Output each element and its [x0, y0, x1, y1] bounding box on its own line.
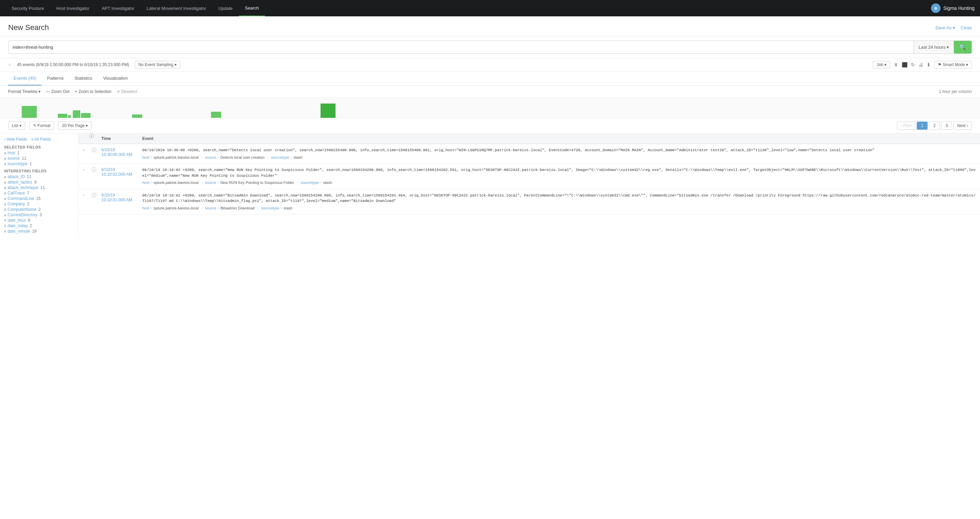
- zoom-out-button[interactable]: — Zoom Out: [46, 89, 69, 94]
- expand-button-2[interactable]: ›: [78, 164, 89, 189]
- timeline-chart: [0, 98, 980, 118]
- refresh-button[interactable]: ↻: [911, 62, 915, 67]
- timeline-bar-2[interactable]: [58, 114, 67, 118]
- tab-statistics[interactable]: Statistics: [69, 72, 98, 85]
- main-content: New Search Save As ▾ Close Last 24 hours…: [0, 16, 980, 519]
- field-name-commandline[interactable]: CommandLine: [8, 196, 34, 201]
- field-name-company[interactable]: Company: [8, 201, 25, 206]
- zoom-to-selection-button[interactable]: + Zoom to Selection: [75, 89, 111, 94]
- nav-update[interactable]: Update: [212, 0, 239, 16]
- nav-search[interactable]: Search: [239, 0, 265, 16]
- time-range-button[interactable]: Last 24 hours ▾: [914, 41, 954, 53]
- field-count-source: 11: [22, 156, 26, 161]
- timeline-bar-1[interactable]: [22, 106, 37, 118]
- nav-host-investigator[interactable]: Host Investigator: [50, 0, 95, 16]
- close-button[interactable]: Close: [961, 25, 972, 30]
- timeline-bar-group-5: [211, 112, 221, 118]
- download-button[interactable]: ⬇: [927, 62, 931, 67]
- field-date-minute: # date_minute 19: [4, 229, 74, 234]
- field-name-date-hour[interactable]: date_hour: [8, 218, 26, 223]
- tag-sourcetype-2: sourcetype = stash: [301, 180, 332, 185]
- table-header: i Time Event: [78, 134, 980, 144]
- tabs-row: Events (45) Patterns Statistics Visualiz…: [0, 72, 980, 86]
- page-2-button[interactable]: 2: [929, 121, 940, 130]
- smart-mode-button[interactable]: ⚑ Smart Mode ▾: [934, 61, 972, 69]
- time-cell-1[interactable]: 6/10/1910:30:00.000 AM: [99, 144, 140, 163]
- list-button[interactable]: List ▾: [8, 121, 25, 130]
- page-title: New Search: [8, 23, 49, 32]
- timeline-bar-4[interactable]: [132, 115, 142, 118]
- page-header: New Search Save As ▾ Close: [0, 16, 980, 37]
- fields-sidebar: ‹ Hide Fields ≡ All Fields SELECTED FIEL…: [0, 134, 78, 238]
- table-row: › i 6/10/1910:30:00.000 AM 06/10/2019 10…: [78, 144, 980, 164]
- timeline-bar-group-6: [321, 104, 336, 118]
- nav-lateral-movement[interactable]: Lateral Movement Investigator: [140, 0, 212, 16]
- field-type-attack-id: a: [4, 175, 6, 179]
- timeline-bar-3[interactable]: [73, 110, 80, 118]
- field-name-attack-tactics[interactable]: attack_tactics: [8, 180, 32, 185]
- search-input[interactable]: [8, 41, 914, 53]
- print-button[interactable]: 🖨: [918, 62, 923, 67]
- field-type-host: a: [4, 151, 6, 155]
- time-cell-3[interactable]: 6/10/1910:10:01.000 AM: [99, 189, 140, 214]
- tag-sep-3b: |: [257, 205, 258, 211]
- hide-fields-button[interactable]: ‹ Hide Fields: [4, 137, 27, 142]
- field-type-calltrace: a: [4, 191, 6, 195]
- event-text-1: 06/10/2019 10:30:00 +0200, search_name="…: [142, 147, 977, 153]
- page-3-button[interactable]: 3: [941, 121, 952, 130]
- tab-events[interactable]: Events (45): [8, 72, 41, 85]
- table-row: › i 6/10/1910:10:02.000 AM 06/10/19 10:1…: [78, 164, 980, 189]
- expand-button-3[interactable]: ›: [78, 189, 89, 214]
- status-right: Job ▾ ⏸ ⬛ ↻ 🖨 ⬇ ⚑ Smart Mode ▾: [873, 61, 972, 69]
- field-name-date-minute[interactable]: date_minute: [8, 229, 30, 234]
- nav-apt-investigator[interactable]: APT Investigator: [95, 0, 140, 16]
- col-expand-header: [78, 134, 89, 144]
- table-row: › i 6/10/1910:10:01.000 AM 06/10/19 10:1…: [78, 189, 980, 215]
- field-count-attack-id: 11: [27, 174, 31, 179]
- field-name-host[interactable]: host: [8, 150, 15, 155]
- list-controls: List ▾ ✎ Format 20 Per Page ▾ ‹ Prev 1 2…: [0, 118, 980, 134]
- tab-visualization[interactable]: Visualization: [98, 72, 134, 85]
- format-timeline-button[interactable]: Format Timeline ▾: [8, 89, 40, 94]
- field-name-currentdirectory[interactable]: CurrentDirectory: [8, 212, 37, 217]
- field-type-source: a: [4, 156, 6, 160]
- time-cell-2[interactable]: 6/10/1910:10:02.000 AM: [99, 164, 140, 189]
- timeline-bar-3b[interactable]: [81, 113, 91, 118]
- job-button[interactable]: Job ▾: [873, 61, 890, 69]
- timeline-bar-group-3: [73, 110, 91, 118]
- timeline-bar-5[interactable]: [211, 112, 221, 118]
- pause-button[interactable]: ⏸: [894, 62, 898, 67]
- tag-host-3: host = splunk.patrick-bareiss.local: [142, 205, 198, 211]
- tag-sep-1a: |: [201, 155, 202, 160]
- expand-button-1[interactable]: ›: [78, 144, 89, 163]
- field-name-attack-id[interactable]: attack_ID: [8, 174, 25, 179]
- field-type-attack-tactics: a: [4, 180, 6, 184]
- page-1-button[interactable]: 1: [917, 121, 928, 130]
- timeline-bar-6[interactable]: [321, 104, 336, 118]
- per-page-button[interactable]: 20 Per Page ▾: [58, 121, 92, 130]
- info-icon-header: i: [89, 134, 94, 138]
- nav-security-posture[interactable]: Security Posture: [5, 0, 50, 16]
- stop-button[interactable]: ⬛: [902, 62, 907, 67]
- timeline-bar-2b[interactable]: [68, 115, 71, 118]
- field-count-calltrace: 7: [27, 191, 29, 195]
- all-fields-button[interactable]: ≡ All Fields: [31, 137, 51, 142]
- deselect-button[interactable]: ✕ Deselect: [117, 89, 137, 94]
- field-name-attack-technique[interactable]: attack_technique: [8, 185, 38, 190]
- field-name-source[interactable]: source: [8, 156, 20, 161]
- tab-patterns[interactable]: Patterns: [41, 72, 69, 85]
- next-page-button[interactable]: Next ›: [953, 121, 972, 130]
- field-attack-id: a attack_ID 11: [4, 174, 74, 179]
- format-button[interactable]: ✎ Format: [29, 121, 54, 130]
- field-name-sourcetype[interactable]: sourcetype: [8, 161, 27, 166]
- field-name-computername[interactable]: ComputerName: [8, 207, 37, 212]
- prev-page-button[interactable]: ‹ Prev: [897, 121, 915, 130]
- field-name-calltrace[interactable]: CallTrace: [8, 191, 25, 195]
- field-type-date-hour: #: [4, 218, 6, 222]
- event-layout: ‹ Hide Fields ≡ All Fields SELECTED FIEL…: [0, 134, 980, 238]
- search-go-button[interactable]: 🔍: [954, 41, 972, 53]
- save-as-button[interactable]: Save As ▾: [935, 25, 955, 30]
- event-cell-2: 06/10/19 10:10:02 +0200, search_name="Ne…: [140, 164, 980, 189]
- no-event-sampling-button[interactable]: No Event Sampling ▾: [135, 61, 180, 69]
- field-name-date-mday[interactable]: date_mday: [8, 224, 27, 228]
